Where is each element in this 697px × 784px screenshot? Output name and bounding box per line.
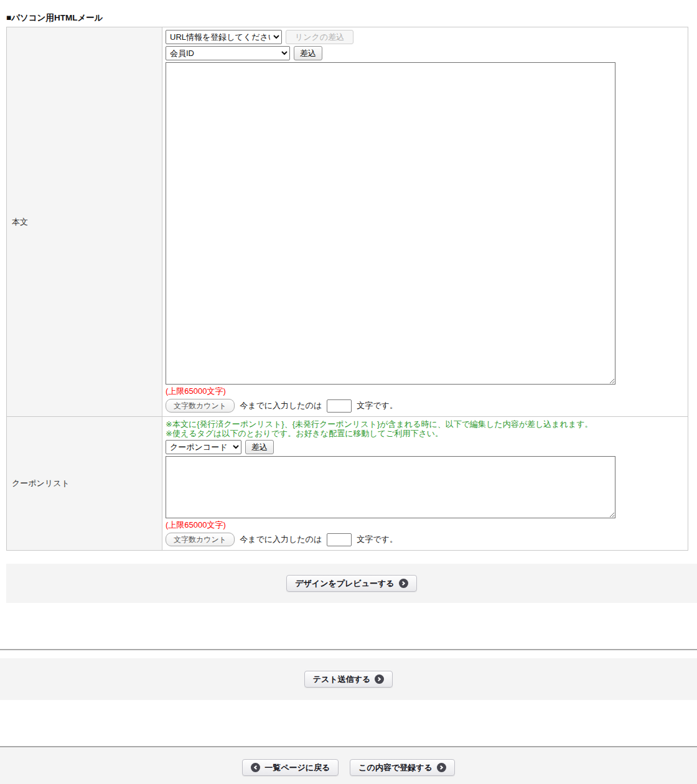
- coupon-note-1: ※本文に{発行済クーポンリスト}、{未発行クーポンリスト}が含まれる時に、以下で…: [166, 419, 685, 429]
- insert-button[interactable]: 差込: [294, 46, 322, 60]
- body-limit-note: (上限65000文字): [166, 386, 685, 397]
- coupon-note-2: ※使えるタグは以下のとおりです。お好きな配置に移動してご利用下さい。: [166, 429, 685, 438]
- coupon-tag-select[interactable]: クーポンコード: [166, 440, 241, 454]
- register-button[interactable]: この内容で登録する: [350, 759, 455, 776]
- count-suffix-label: 文字です。: [357, 400, 398, 411]
- char-count-input[interactable]: [327, 399, 352, 413]
- chevron-right-circle-icon: [375, 674, 384, 684]
- body-row: 本文 URL情報を登録してください リンクの差込 会員ID 差込 (上限6500…: [7, 27, 688, 417]
- register-button-label: この内容で登録する: [358, 762, 433, 773]
- back-button-label: 一覧ページに戻る: [264, 762, 330, 773]
- url-select[interactable]: URL情報を登録してください: [166, 30, 282, 44]
- coupon-count-prefix-label: 今までに入力したのは: [240, 534, 322, 545]
- back-to-list-button[interactable]: 一覧ページに戻る: [242, 759, 339, 776]
- coupon-cell: ※本文に{発行済クーポンリスト}、{未発行クーポンリスト}が含まれる時に、以下で…: [162, 417, 688, 551]
- chevron-right-circle-icon: [399, 579, 408, 588]
- coupon-count-row: 文字数カウント 今までに入力したのは 文字です。: [166, 533, 685, 546]
- member-field-select[interactable]: 会員ID: [166, 46, 290, 60]
- page-title: ■パソコン用HTMLメール: [6, 12, 697, 24]
- coupon-char-count-button[interactable]: 文字数カウント: [166, 533, 235, 546]
- test-send-button-label: テスト送信する: [313, 674, 371, 685]
- mail-form-table: 本文 URL情報を登録してください リンクの差込 会員ID 差込 (上限6500…: [6, 27, 688, 551]
- spacer: [0, 650, 697, 658]
- spacer: [0, 700, 697, 746]
- preview-button-label: デザインをプレビューする: [295, 578, 394, 589]
- url-insert-row: URL情報を登録してください リンクの差込: [166, 30, 685, 44]
- coupon-textarea[interactable]: [166, 456, 615, 518]
- count-prefix-label: 今までに入力したのは: [240, 400, 322, 411]
- chevron-left-circle-icon: [251, 763, 260, 772]
- coupon-count-suffix-label: 文字です。: [357, 534, 398, 545]
- preview-button[interactable]: デザインをプレビューする: [286, 575, 416, 592]
- preview-band: デザインをプレビューする: [6, 564, 697, 603]
- member-insert-row: 会員ID 差込: [166, 46, 685, 60]
- body-count-row: 文字数カウント 今までに入力したのは 文字です。: [166, 399, 685, 413]
- char-count-button[interactable]: 文字数カウント: [166, 399, 235, 413]
- coupon-limit-note: (上限65000文字): [166, 520, 685, 531]
- coupon-label: クーポンリスト: [7, 417, 162, 551]
- coupon-notes: ※本文に{発行済クーポンリスト}、{未発行クーポンリスト}が含まれる時に、以下で…: [166, 419, 685, 438]
- link-insert-button[interactable]: リンクの差込: [286, 30, 353, 44]
- coupon-insert-row: クーポンコード 差込: [166, 440, 685, 454]
- test-send-button[interactable]: テスト送信する: [304, 671, 393, 688]
- chevron-right-circle-icon: [437, 763, 446, 772]
- coupon-char-count-input[interactable]: [327, 533, 352, 546]
- bottom-action-band: 一覧ページに戻る この内容で登録する: [0, 747, 697, 784]
- test-send-band: テスト送信する: [0, 658, 697, 700]
- body-label: 本文: [7, 27, 162, 417]
- coupon-insert-button[interactable]: 差込: [245, 440, 274, 454]
- spacer: [0, 603, 697, 649]
- coupon-row: クーポンリスト ※本文に{発行済クーポンリスト}、{未発行クーポンリスト}が含ま…: [7, 417, 688, 551]
- body-textarea[interactable]: [166, 62, 615, 385]
- body-cell: URL情報を登録してください リンクの差込 会員ID 差込 (上限65000文字…: [162, 27, 688, 417]
